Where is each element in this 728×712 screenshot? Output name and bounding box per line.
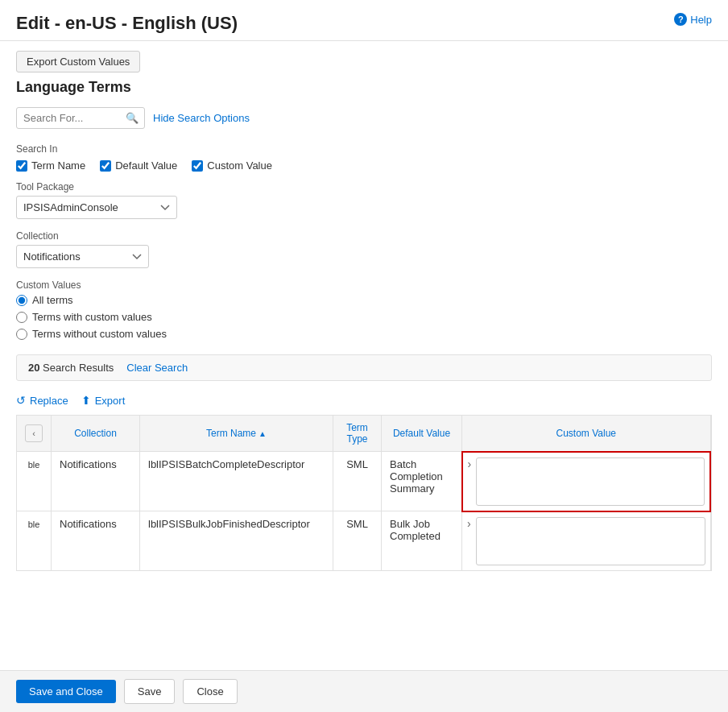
- radio-all-terms[interactable]: All terms: [16, 294, 712, 306]
- replace-icon: ↺: [16, 394, 26, 407]
- tool-package-field: Tool Package IPSISAdminConsole: [16, 181, 712, 219]
- radio-terms-with-custom[interactable]: Terms with custom values: [16, 311, 712, 323]
- row2-default-value: Bulk Job Completed: [390, 518, 441, 542]
- custom-values-label: Custom Values: [16, 279, 712, 291]
- help-label: Help: [690, 14, 712, 26]
- row1-collection-cell: Notifications: [52, 452, 140, 511]
- replace-label: Replace: [30, 395, 68, 407]
- row1-expand-button[interactable]: ›: [468, 457, 472, 470]
- footer-bar: Save and Close Save Close: [0, 670, 728, 712]
- custom-values-radio-group: All terms Terms with custom values Terms…: [16, 294, 712, 340]
- th-term-type-label: Term Type: [346, 422, 368, 445]
- row1-custom-value-box[interactable]: [476, 457, 705, 506]
- row1-term-type-cell: SML: [333, 452, 382, 511]
- page-title: Edit - en-US - English (US): [16, 13, 238, 34]
- radio-all-terms-input[interactable]: [16, 295, 27, 306]
- th-default-value[interactable]: Default Value: [382, 416, 462, 452]
- help-icon: ?: [674, 13, 687, 26]
- row1-term-type: SML: [346, 458, 368, 470]
- radio-terms-without-custom-label: Terms without custom values: [32, 328, 167, 340]
- collection-select[interactable]: Notifications: [16, 245, 149, 268]
- row2-custom-value-box[interactable]: [476, 517, 705, 565]
- checkbox-custom-value-label: Custom Value: [207, 159, 272, 172]
- row1-term-name-cell: lblIPSISBatchCompleteDescriptor: [140, 452, 333, 511]
- results-label: Search Results: [43, 362, 114, 374]
- row2-expand-button[interactable]: ›: [467, 517, 471, 530]
- row2-default-value-cell: Bulk Job Completed: [382, 511, 462, 570]
- search-icon: 🔍: [126, 112, 139, 124]
- page-header: Edit - en-US - English (US) ? Help: [0, 0, 728, 41]
- main-content: Export Custom Values Language Terms 🔍 Hi…: [0, 41, 728, 637]
- search-in-label: Search In: [16, 143, 712, 155]
- th-custom-value-label: Custom Value: [556, 428, 616, 439]
- tool-package-label: Tool Package: [16, 181, 712, 192]
- row1-nav-cell: ble: [17, 452, 52, 511]
- data-table-container: ‹ Collection Term Name ▲ Term Type: [16, 415, 712, 571]
- row1-nav-label: ble: [28, 460, 40, 470]
- row1-default-value: Batch Completion Summary: [390, 458, 443, 495]
- toolbar-actions: ↺ Replace ⬆ Export: [16, 394, 712, 407]
- radio-terms-without-custom-input[interactable]: [16, 329, 27, 340]
- checkbox-default-value-label: Default Value: [115, 159, 177, 172]
- radio-terms-with-custom-label: Terms with custom values: [32, 311, 152, 323]
- section-title: Language Terms: [16, 79, 712, 96]
- row1-collection: Notifications: [60, 458, 117, 470]
- row2-term-type-cell: SML: [333, 511, 382, 570]
- search-options: Search In Term Name Default Value Custom…: [16, 137, 712, 354]
- row2-collection: Notifications: [60, 518, 117, 530]
- checkbox-default-value[interactable]: Default Value: [100, 159, 177, 172]
- data-table: ‹ Collection Term Name ▲ Term Type: [17, 416, 711, 570]
- checkbox-term-name-input[interactable]: [16, 160, 27, 172]
- table-header-row: ‹ Collection Term Name ▲ Term Type: [17, 416, 710, 452]
- search-input-wrapper: 🔍: [16, 107, 145, 129]
- row2-term-name: lblIPSISBulkJobFinishedDescriptor: [148, 518, 310, 530]
- table-row: ble Notifications lblIPSISBatchCompleteD…: [17, 452, 710, 511]
- close-button[interactable]: Close: [183, 679, 237, 704]
- th-collection[interactable]: Collection: [52, 416, 140, 452]
- export-button[interactable]: ⬆ Export: [81, 394, 126, 407]
- row1-term-name: lblIPSISBatchCompleteDescriptor: [148, 458, 304, 470]
- clear-search-link[interactable]: Clear Search: [126, 362, 188, 374]
- checkbox-custom-value[interactable]: Custom Value: [192, 159, 272, 172]
- row2-collection-cell: Notifications: [52, 511, 140, 570]
- row1-custom-value-cell: ›: [462, 452, 711, 511]
- th-collection-label: Collection: [74, 428, 117, 439]
- nav-back-button[interactable]: ‹: [25, 424, 43, 442]
- search-results-bar: 20 Search Results Clear Search: [16, 354, 712, 381]
- th-nav: ‹: [17, 416, 52, 452]
- row2-term-type: SML: [346, 518, 368, 530]
- help-link[interactable]: ? Help: [674, 13, 712, 26]
- search-bar-row: 🔍 Hide Search Options: [16, 107, 712, 129]
- collection-label: Collection: [16, 230, 712, 242]
- th-term-name-label: Term Name: [206, 428, 256, 439]
- hide-search-options-link[interactable]: Hide Search Options: [153, 112, 250, 124]
- th-term-type[interactable]: Term Type: [333, 416, 382, 452]
- checkbox-term-name[interactable]: Term Name: [16, 159, 85, 172]
- th-custom-value: Custom Value: [462, 416, 711, 452]
- table-row: ble Notifications lblIPSISBulkJobFinishe…: [17, 511, 710, 570]
- checkbox-default-value-input[interactable]: [100, 160, 111, 172]
- collection-field: Collection Notifications: [16, 230, 712, 268]
- save-button[interactable]: Save: [124, 679, 176, 704]
- save-and-close-button[interactable]: Save and Close: [16, 680, 116, 703]
- row2-nav-cell: ble: [17, 511, 52, 570]
- search-results-count: 20 Search Results: [28, 362, 114, 374]
- row1-default-value-cell: Batch Completion Summary: [382, 452, 462, 511]
- custom-values-section: Custom Values All terms Terms with custo…: [16, 279, 712, 340]
- row2-custom-value-cell: ›: [462, 511, 711, 570]
- checkbox-custom-value-input[interactable]: [192, 160, 203, 172]
- th-term-name[interactable]: Term Name ▲: [140, 416, 333, 452]
- export-custom-values-button[interactable]: Export Custom Values: [16, 51, 140, 72]
- row2-term-name-cell: lblIPSISBulkJobFinishedDescriptor: [140, 511, 333, 570]
- tool-package-select[interactable]: IPSISAdminConsole: [16, 196, 177, 219]
- sort-asc-icon: ▲: [259, 429, 267, 438]
- th-default-value-label: Default Value: [393, 428, 450, 439]
- search-in-checkboxes: Term Name Default Value Custom Value: [16, 159, 712, 172]
- radio-terms-with-custom-input[interactable]: [16, 312, 27, 323]
- export-label: Export: [95, 395, 126, 407]
- th-term-name-sort: Term Name ▲: [206, 428, 267, 439]
- export-icon: ⬆: [81, 394, 91, 407]
- replace-button[interactable]: ↺ Replace: [16, 394, 68, 407]
- radio-terms-without-custom[interactable]: Terms without custom values: [16, 328, 712, 340]
- results-number: 20: [28, 362, 39, 374]
